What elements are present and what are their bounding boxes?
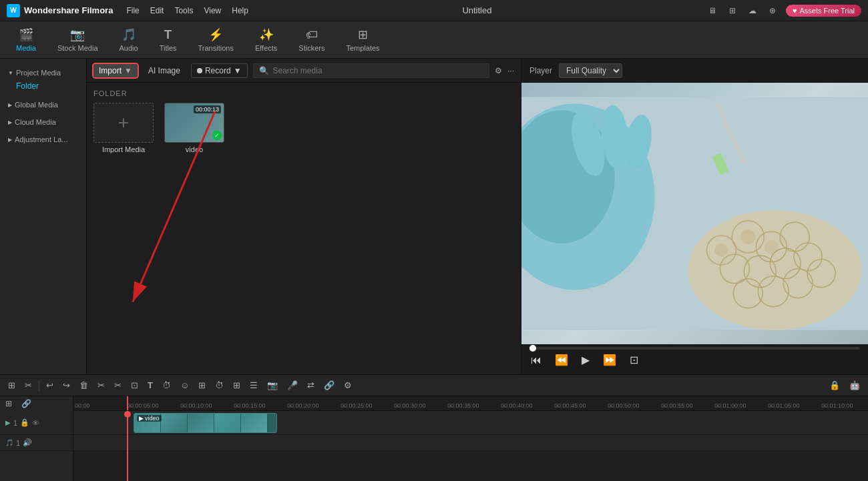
tl-link-track-button[interactable]: 🔗 xyxy=(19,398,34,410)
cloud-icon[interactable]: ☁ xyxy=(746,4,759,17)
ruler-label-50: 00:00:50:00 xyxy=(608,402,640,409)
tl-speed2-button[interactable]: ⏱ xyxy=(212,379,226,392)
share-icon[interactable]: ⊕ xyxy=(766,4,779,17)
nav-media[interactable]: 🎬 Media xyxy=(7,23,45,56)
video-media-item[interactable]: 00:00:13 ✓ video xyxy=(164,103,224,153)
tl-emoji-button[interactable]: ☺ xyxy=(178,379,192,392)
tl-grid-button[interactable]: ⊞ xyxy=(5,379,18,392)
media-toolbar-icons: ⚙ ··· xyxy=(495,66,514,75)
tl-add-button[interactable]: ⊞ xyxy=(230,379,243,392)
video-clip[interactable]: ▶ video xyxy=(134,413,277,433)
transitions-nav-icon: ⚡ xyxy=(208,27,223,42)
tl-magnet-button[interactable]: ✂ xyxy=(22,379,35,392)
playhead-top-circle xyxy=(124,411,131,418)
tl-audio-button[interactable]: 🎤 xyxy=(284,379,300,392)
ruler-label-40: 00:00:40:00 xyxy=(501,402,533,409)
stock-media-nav-icon: 📷 xyxy=(70,27,85,42)
tl-camera-button[interactable]: 📷 xyxy=(264,379,280,392)
tl-cut2-button[interactable]: ✂ xyxy=(112,379,124,392)
ai-image-label: AI Image xyxy=(148,66,180,75)
media-content: FOLDER + Import Media 00:00:13 ✓ video xyxy=(87,83,521,374)
menu-tools[interactable]: Tools xyxy=(174,6,193,15)
clip-thumb-2 xyxy=(161,414,188,433)
tl-cut-button[interactable]: ✂ xyxy=(95,379,107,392)
tl-add-track-button[interactable]: ⊞ xyxy=(3,398,15,410)
preview-header: Player Full Quality 1/2 Quality 1/4 Qual… xyxy=(521,59,868,83)
play-button[interactable]: ▶ xyxy=(580,352,591,368)
tl-swap-button[interactable]: ⇄ xyxy=(304,379,317,392)
nav-templates[interactable]: ⊞ Templates xyxy=(337,23,389,56)
monitor-icon[interactable]: 🖥 xyxy=(706,4,719,17)
tl-link-button[interactable]: 🔗 xyxy=(321,379,337,392)
tl-lock-button[interactable]: 🔒 xyxy=(827,379,843,392)
tl-text-button[interactable]: T xyxy=(145,379,156,392)
nav-transitions[interactable]: ⚡ Transitions xyxy=(189,23,243,56)
import-label: Import xyxy=(99,66,122,75)
sidebar-item-folder[interactable]: Folder xyxy=(5,79,81,93)
nav-audio[interactable]: 🎵 Audio xyxy=(110,23,148,56)
quality-select[interactable]: Full Quality 1/2 Quality 1/4 Quality xyxy=(559,63,622,78)
window-title: Untitled xyxy=(262,5,692,15)
preview-panel: Player Full Quality 1/2 Quality 1/4 Qual… xyxy=(521,59,868,374)
ruler-label-15: 00:00:15:00 xyxy=(234,402,266,409)
nav-stock-media[interactable]: 📷 Stock Media xyxy=(48,23,107,56)
step-forward-button[interactable]: ⏩ xyxy=(602,352,618,368)
import-media-item[interactable]: + Import Media xyxy=(93,103,154,153)
sidebar-project-media-section: ▼ Project Media Folder xyxy=(0,64,86,96)
ai-image-button[interactable]: AI Image xyxy=(143,64,186,77)
tl-menu-button[interactable]: ☰ xyxy=(247,379,260,392)
tl-overlay-button[interactable]: ⊞ xyxy=(196,379,208,392)
step-back-button[interactable]: ⏪ xyxy=(554,352,570,368)
tl-settings-button[interactable]: ⚙ xyxy=(341,379,355,392)
video-check-icon: ✓ xyxy=(212,131,222,140)
tl-redo-button[interactable]: ↪ xyxy=(60,379,73,392)
playhead xyxy=(127,396,128,410)
fullscreen-button[interactable]: ⊡ xyxy=(628,352,640,368)
tl-delete-button[interactable]: 🗑 xyxy=(77,379,91,392)
layout-icon[interactable]: ⊞ xyxy=(726,4,739,17)
tl-ai-button[interactable]: 🤖 xyxy=(847,379,863,392)
assets-free-trial-button[interactable]: ♥ Assets Free Trial xyxy=(786,5,861,17)
timeline-tracks-panel: ⊞ 🔗 ▶ 1 🔒 👁 🎵 1 🔊 xyxy=(0,396,73,481)
rewind-button[interactable]: ⏮ xyxy=(529,353,543,368)
tl-speed-button[interactable]: ⏱ xyxy=(160,379,174,392)
nav-effects[interactable]: ✨ Effects xyxy=(246,23,286,56)
ruler-label-35: 00:00:35:00 xyxy=(447,402,479,409)
timeline-top-controls: ⊞ 🔗 xyxy=(0,396,73,411)
search-input[interactable] xyxy=(273,66,483,75)
nav-stickers-label: Stickers xyxy=(298,44,324,52)
nav-templates-label: Templates xyxy=(346,44,379,52)
ruler-label-0: 00:00 xyxy=(75,402,90,409)
menu-view[interactable]: View xyxy=(204,6,221,15)
sidebar-adjustment-label: Adjustment La... xyxy=(15,135,68,143)
filter-icon[interactable]: ⚙ xyxy=(495,66,502,75)
video-track-eye-button[interactable]: 👁 xyxy=(32,418,39,427)
media-toolbar: Import ▼ AI Image Record ▼ 🔍 ⚙ ··· xyxy=(87,59,521,83)
video-track-label: ▶ 1 🔒 👁 xyxy=(0,411,73,435)
more-options-icon[interactable]: ··· xyxy=(507,66,514,75)
progress-handle xyxy=(529,345,536,352)
progress-bar[interactable] xyxy=(529,347,860,350)
sidebar-item-cloud-media[interactable]: ▶ Cloud Media xyxy=(5,116,81,128)
menu-file[interactable]: File xyxy=(126,6,139,15)
menu-help[interactable]: Help xyxy=(232,6,248,15)
nav-titles[interactable]: T Titles xyxy=(150,24,186,56)
tl-crop-button[interactable]: ⊡ xyxy=(128,379,141,392)
clip-thumb-4 xyxy=(214,414,241,433)
sidebar-item-global-media[interactable]: ▶ Global Media xyxy=(5,99,81,111)
nav-stickers[interactable]: 🏷 Stickers xyxy=(289,24,334,56)
import-button[interactable]: Import ▼ xyxy=(93,64,138,77)
topbar: W Wondershare Filmora File Edit Tools Vi… xyxy=(0,0,868,21)
sidebar-item-adjustment[interactable]: ▶ Adjustment La... xyxy=(5,133,81,145)
video-track-lock-button[interactable]: 🔒 xyxy=(20,418,29,427)
sidebar-item-project-media[interactable]: ▼ Project Media xyxy=(5,67,81,79)
track-playhead xyxy=(127,411,128,481)
nav-media-label: Media xyxy=(16,44,36,52)
tl-undo-button[interactable]: ↩ xyxy=(43,379,56,392)
menu-edit[interactable]: Edit xyxy=(150,6,164,15)
clip-thumb-3 xyxy=(188,414,214,433)
record-button[interactable]: Record ▼ xyxy=(191,63,248,78)
audio-track-volume-button[interactable]: 🔊 xyxy=(23,438,32,447)
ruler-label-10: 00:00:10:00 xyxy=(180,402,212,409)
import-media-label: Import Media xyxy=(102,145,145,153)
